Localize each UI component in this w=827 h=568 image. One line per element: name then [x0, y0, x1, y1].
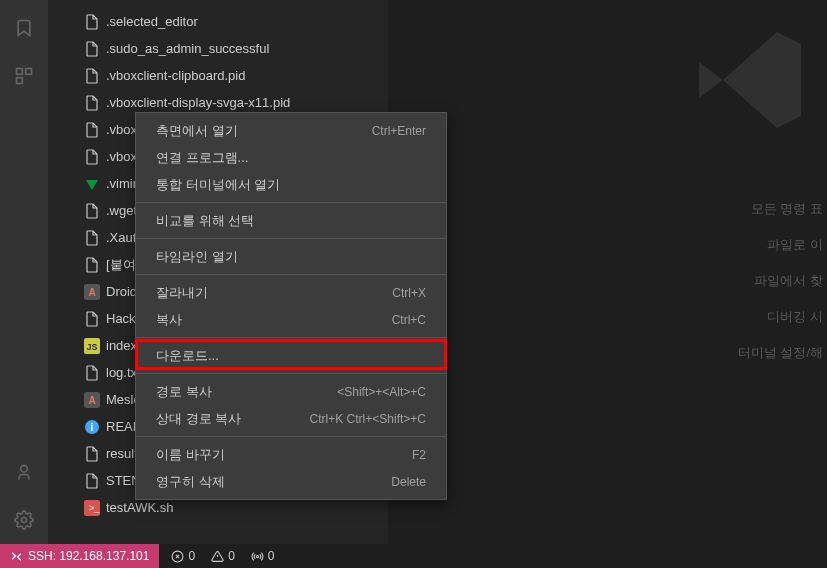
font-icon: A	[84, 284, 100, 300]
menu-label: 비교를 위해 선택	[156, 212, 254, 230]
menu-item[interactable]: 복사Ctrl+C	[136, 306, 446, 333]
menu-separator	[136, 202, 446, 203]
menu-item[interactable]: 다운로드...	[136, 342, 446, 369]
svg-rect-2	[17, 78, 23, 84]
svg-text:JS: JS	[86, 342, 97, 352]
welcome-hint: 터미널 설정/해	[738, 344, 823, 362]
menu-label: 경로 복사	[156, 383, 212, 401]
remote-indicator[interactable]: SSH: 192.168.137.101	[0, 544, 159, 568]
account-icon[interactable]	[12, 460, 36, 484]
file-icon	[84, 14, 100, 30]
menu-shortcut: Ctrl+X	[392, 286, 426, 300]
svg-rect-1	[26, 69, 32, 75]
file-icon	[84, 41, 100, 57]
menu-label: 잘라내기	[156, 284, 208, 302]
file-icon	[84, 311, 100, 327]
vim-icon	[84, 176, 100, 192]
welcome-hints: 모든 명령 표파일로 이파일에서 찾디버깅 시터미널 설정/해	[738, 200, 827, 380]
status-errors[interactable]: 0	[171, 549, 195, 563]
svg-text:A: A	[88, 287, 95, 298]
error-icon	[171, 550, 184, 563]
welcome-hint: 파일에서 찾	[738, 272, 823, 290]
extensions-icon[interactable]	[12, 64, 36, 88]
settings-icon[interactable]	[12, 508, 36, 532]
warning-icon	[211, 550, 224, 563]
menu-item[interactable]: 경로 복사<Shift>+<Alt>+C	[136, 378, 446, 405]
menu-shortcut: Ctrl+Enter	[372, 124, 426, 138]
file-name: log.tx	[106, 365, 137, 380]
status-bar: SSH: 192.168.137.101 0 0 0	[0, 544, 827, 568]
file-icon	[84, 122, 100, 138]
status-ports[interactable]: 0	[251, 549, 275, 563]
menu-shortcut: Delete	[391, 475, 426, 489]
remote-icon	[10, 550, 23, 563]
status-warnings[interactable]: 0	[211, 549, 235, 563]
menu-label: 영구히 삭제	[156, 473, 225, 491]
menu-separator	[136, 274, 446, 275]
menu-item[interactable]: 상대 경로 복사Ctrl+K Ctrl+<Shift>+C	[136, 405, 446, 432]
remote-host: SSH: 192.168.137.101	[28, 549, 149, 563]
menu-label: 상대 경로 복사	[156, 410, 241, 428]
vscode-logo-watermark	[687, 20, 807, 140]
menu-label: 타임라인 열기	[156, 248, 238, 266]
file-icon	[84, 257, 100, 273]
menu-label: 다운로드...	[156, 347, 219, 365]
menu-item[interactable]: 영구히 삭제Delete	[136, 468, 446, 495]
file-name: .vboxclient-display-svga-x11.pid	[106, 95, 290, 110]
welcome-hint: 파일로 이	[738, 236, 823, 254]
shell-icon: >_	[84, 500, 100, 516]
menu-separator	[136, 436, 446, 437]
svg-text:>_: >_	[89, 503, 100, 513]
file-item[interactable]: .vboxclient-clipboard.pid	[48, 62, 388, 89]
font-icon: A	[84, 392, 100, 408]
menu-item[interactable]: 타임라인 열기	[136, 243, 446, 270]
menu-item[interactable]: 통합 터미널에서 열기	[136, 171, 446, 198]
readme-icon: i	[84, 419, 100, 435]
file-icon	[84, 473, 100, 489]
bookmark-icon[interactable]	[12, 16, 36, 40]
welcome-hint: 디버깅 시	[738, 308, 823, 326]
menu-label: 이름 바꾸기	[156, 446, 225, 464]
antenna-icon	[251, 550, 264, 563]
menu-item[interactable]: 이름 바꾸기F2	[136, 441, 446, 468]
svg-text:A: A	[88, 395, 95, 406]
file-icon	[84, 203, 100, 219]
file-item[interactable]: .sudo_as_admin_successful	[48, 35, 388, 62]
file-icon	[84, 446, 100, 462]
context-menu: 측면에서 열기Ctrl+Enter연결 프로그램...통합 터미널에서 열기비교…	[135, 112, 447, 500]
menu-label: 측면에서 열기	[156, 122, 238, 140]
menu-label: 연결 프로그램...	[156, 149, 248, 167]
menu-label: 복사	[156, 311, 182, 329]
menu-item[interactable]: 측면에서 열기Ctrl+Enter	[136, 117, 446, 144]
file-name: testAWK.sh	[106, 500, 173, 515]
editor-area: 모든 명령 표파일로 이파일에서 찾디버깅 시터미널 설정/해	[388, 0, 827, 544]
menu-item[interactable]: 잘라내기Ctrl+X	[136, 279, 446, 306]
menu-item[interactable]: 비교를 위해 선택	[136, 207, 446, 234]
welcome-hint: 모든 명령 표	[738, 200, 823, 218]
svg-rect-0	[17, 69, 23, 75]
svg-point-4	[22, 518, 27, 523]
menu-item[interactable]: 연결 프로그램...	[136, 144, 446, 171]
file-icon	[84, 230, 100, 246]
menu-label: 통합 터미널에서 열기	[156, 176, 280, 194]
file-item[interactable]: .selected_editor	[48, 8, 388, 35]
file-icon	[84, 95, 100, 111]
menu-shortcut: F2	[412, 448, 426, 462]
file-name: .selected_editor	[106, 14, 198, 29]
file-icon	[84, 68, 100, 84]
file-name: [붙여	[106, 256, 136, 274]
js-icon: JS	[84, 338, 100, 354]
file-name: .vboxclient-clipboard.pid	[106, 68, 245, 83]
file-icon	[84, 365, 100, 381]
menu-shortcut: <Shift>+<Alt>+C	[337, 385, 426, 399]
menu-shortcut: Ctrl+C	[392, 313, 426, 327]
file-icon	[84, 149, 100, 165]
menu-shortcut: Ctrl+K Ctrl+<Shift>+C	[310, 412, 426, 426]
file-name: .sudo_as_admin_successful	[106, 41, 269, 56]
menu-separator	[136, 337, 446, 338]
svg-point-20	[256, 555, 258, 557]
menu-separator	[136, 238, 446, 239]
svg-text:i: i	[91, 422, 94, 433]
svg-point-3	[21, 465, 28, 472]
menu-separator	[136, 373, 446, 374]
